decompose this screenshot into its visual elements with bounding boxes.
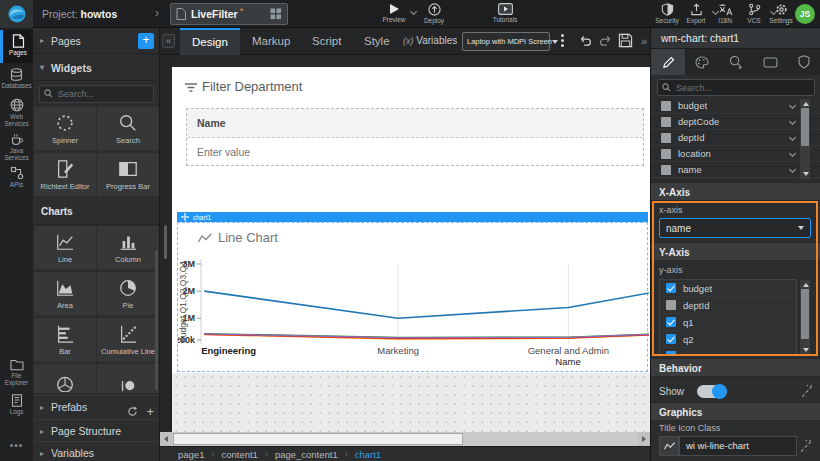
app-logo[interactable]	[0, 0, 33, 28]
scroll-down-arrow[interactable]	[803, 348, 809, 352]
grid-view-icon[interactable]	[270, 8, 282, 20]
tab-style[interactable]: Style	[352, 28, 402, 55]
section-widgets[interactable]: ▾ Widgets	[33, 55, 160, 81]
checkbox[interactable]	[661, 165, 671, 175]
canvas-grid-area[interactable]	[172, 373, 650, 432]
page-tab-livefilter[interactable]: LiveFilter *	[170, 3, 288, 25]
page-preview[interactable]: Filter Department Name chart1	[172, 67, 650, 373]
scrollbar-thumb[interactable]	[801, 108, 809, 146]
field-row-budget[interactable]: budget	[651, 98, 820, 114]
livefilter-form[interactable]: Name	[186, 108, 644, 166]
widgets-search-input[interactable]	[39, 85, 154, 103]
chevron-down-icon[interactable]	[789, 134, 796, 141]
tab-script[interactable]: Script	[300, 28, 353, 55]
tab-styles[interactable]	[685, 49, 719, 75]
chevron-down-icon[interactable]	[789, 102, 796, 109]
more-options-button[interactable]	[561, 34, 565, 49]
rail-item-apis[interactable]: APIs	[0, 162, 33, 192]
breadcrumb-page-content1[interactable]: page_content1	[275, 449, 338, 460]
breadcrumb-chart1[interactable]: chart1	[355, 449, 381, 460]
y-axis-option-q3[interactable]: q3	[660, 348, 796, 356]
section-prefabs[interactable]: ▸ Prefabs +	[33, 395, 160, 418]
field-row-deptcode[interactable]: deptCode	[651, 114, 820, 130]
left-panel-scrollbar[interactable]	[155, 250, 158, 390]
checkbox[interactable]	[666, 351, 676, 356]
chevron-down-icon[interactable]	[789, 150, 796, 157]
widget-tile-cumulative-line-chart[interactable]: Cumulative Line	[97, 318, 159, 361]
tab-properties[interactable]	[651, 49, 685, 75]
section-page-structure[interactable]: ▸ Page Structure	[33, 419, 160, 442]
chart-widget[interactable]: chart1 Line Chart 3M2M1M200kEngineeringM…	[177, 212, 648, 372]
field-row-deptid[interactable]: deptId	[651, 130, 820, 146]
rail-more-button[interactable]: •••	[0, 440, 33, 451]
widget-tile-partial[interactable]	[34, 364, 96, 393]
device-selector[interactable]: Laptop with MDPI Screen	[462, 32, 550, 51]
scroll-up-arrow[interactable]	[803, 283, 809, 287]
y-axis-section-header[interactable]: Y-Axis	[651, 242, 820, 261]
fields-list-scrollbar[interactable]	[799, 98, 811, 180]
widget-tile-area-chart[interactable]: Area	[34, 272, 96, 315]
variables-menu[interactable]: (x) Variables ⌄	[403, 35, 467, 46]
widget-tile-spinner[interactable]: Spinner	[34, 107, 96, 150]
y-axis-option-q2[interactable]: q2	[660, 331, 796, 348]
canvas-vertical-scrollbar[interactable]	[164, 225, 167, 259]
x-axis-section-header[interactable]: X-Axis	[651, 182, 820, 201]
name-filter-input[interactable]	[187, 138, 643, 165]
collapse-right-panel-button[interactable]: »	[638, 34, 650, 48]
checkbox[interactable]	[666, 317, 676, 327]
widget-tile-pie-chart[interactable]: Pie	[97, 272, 159, 315]
save-button[interactable]	[618, 33, 633, 48]
checkbox[interactable]	[661, 133, 671, 143]
field-row-location[interactable]: location	[651, 146, 820, 162]
y-axis-option-deptid[interactable]: deptId	[660, 297, 796, 314]
bind-property-icon[interactable]	[801, 385, 813, 397]
breadcrumb-content1[interactable]: content1	[221, 449, 257, 460]
line-chart-widget-body[interactable]: Line Chart 3M2M1M200kEngineeringMarketin…	[177, 222, 648, 372]
tutorials-button[interactable]: Tutorials	[485, 3, 525, 23]
scrollbar-thumb[interactable]	[801, 289, 809, 339]
breadcrumb-page1[interactable]: page1	[178, 449, 204, 460]
scroll-up-arrow[interactable]	[803, 102, 809, 106]
checkbox[interactable]	[666, 300, 676, 310]
section-variables[interactable]: ▸ Variables	[33, 441, 160, 461]
chevron-down-icon[interactable]	[789, 166, 796, 173]
scroll-left-arrow[interactable]	[160, 432, 172, 446]
graphics-section-header[interactable]: Graphics	[651, 402, 820, 421]
field-row-name[interactable]: name	[651, 162, 820, 178]
add-page-button[interactable]: +	[138, 33, 154, 49]
add-prefab-button[interactable]: +	[146, 404, 154, 419]
title-icon-class-input[interactable]: wi wi-line-chart	[679, 436, 797, 456]
widget-tile-line-chart[interactable]: Line	[34, 226, 96, 269]
rail-item-logs[interactable]: Logs	[0, 390, 33, 420]
user-avatar[interactable]: JS	[795, 4, 815, 24]
tab-device[interactable]	[753, 49, 787, 75]
rail-item-web-services[interactable]: Web Services	[0, 94, 33, 128]
horizontal-scrollbar[interactable]	[160, 432, 650, 446]
tab-design[interactable]: Design	[180, 28, 240, 55]
rail-item-file-explorer[interactable]: File Explorer	[0, 355, 33, 390]
section-pages[interactable]: ▸ Pages +	[33, 28, 160, 54]
horizontal-scrollbar-thumb[interactable]	[173, 433, 463, 445]
properties-search-input[interactable]	[657, 79, 815, 96]
behavior-section-header[interactable]: Behavior	[651, 358, 820, 377]
refresh-icon[interactable]	[127, 406, 138, 417]
y-axis-option-budget[interactable]: budget	[660, 280, 796, 297]
x-axis-select[interactable]: name	[659, 218, 811, 238]
checkbox[interactable]	[666, 283, 676, 293]
checkbox[interactable]	[666, 334, 676, 344]
widget-tile-search[interactable]: Search	[97, 107, 159, 150]
rail-item-java-services[interactable]: Java Services	[0, 128, 33, 162]
widget-selection-bar[interactable]: chart1	[177, 212, 648, 222]
tab-markup[interactable]: Markup	[240, 28, 302, 55]
widget-tile-progress-bar[interactable]: Progress Bar	[97, 153, 159, 196]
tab-security[interactable]	[787, 49, 820, 75]
tab-inspect[interactable]	[719, 49, 753, 75]
checkbox[interactable]	[661, 101, 671, 111]
y-axis-list-scrollbar[interactable]	[799, 279, 811, 356]
deploy-button[interactable]: Deploy	[414, 3, 454, 24]
widget-tile-column-chart[interactable]: Column	[97, 226, 159, 269]
scroll-down-arrow[interactable]	[803, 172, 809, 176]
chevron-down-icon[interactable]	[789, 118, 796, 125]
y-axis-option-q1[interactable]: q1	[660, 314, 796, 331]
show-toggle[interactable]	[697, 385, 727, 398]
